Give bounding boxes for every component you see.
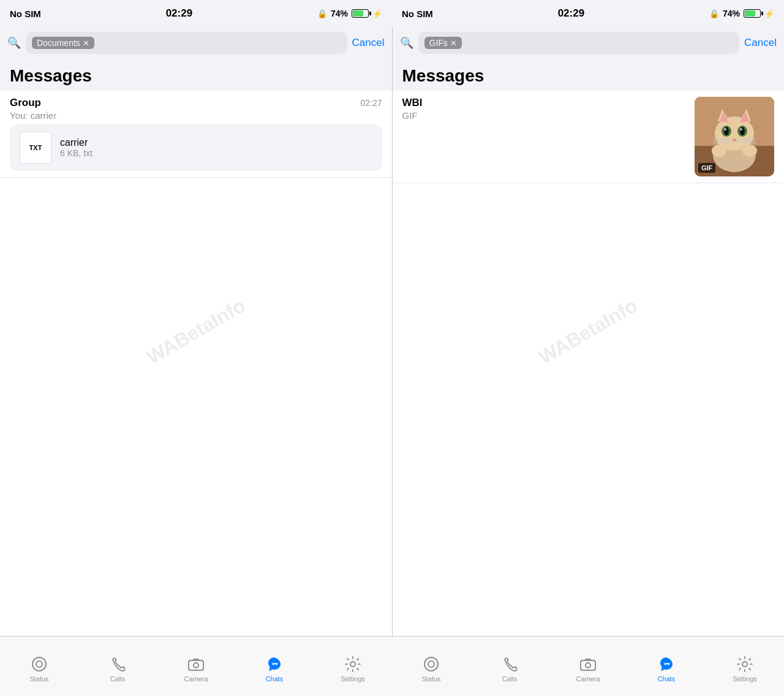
left-message-content: Group 02:27 You: carrier TXT carrier 6 K…	[10, 97, 382, 171]
left-doc-meta: 6 KB, txt	[60, 148, 372, 158]
right-gif-thumbnail: GIF	[695, 97, 774, 176]
left-doc-attachment: TXT carrier 6 KB, txt	[10, 124, 382, 171]
svg-point-13	[740, 128, 742, 130]
left-tab-settings-label: Settings	[341, 675, 365, 683]
left-bolt-icon: ⚡	[372, 9, 382, 18]
left-chip-label: Documents	[37, 38, 80, 48]
right-panel: WABetaInfo 🔍 GIFs ✕ Cancel Messages	[393, 27, 785, 636]
left-tab-chats-label: Chats	[266, 675, 284, 683]
right-message-list: WBI GIF	[393, 91, 785, 636]
svg-point-27	[350, 662, 355, 667]
svg-point-28	[424, 657, 438, 671]
left-cancel-button[interactable]: Cancel	[352, 37, 385, 49]
svg-point-32	[742, 662, 747, 667]
left-tab-status[interactable]: Status	[0, 637, 78, 696]
right-tab-settings[interactable]: Settings	[706, 637, 784, 696]
left-doc-name: carrier	[60, 137, 372, 148]
left-search-icon: 🔍	[7, 36, 21, 50]
left-battery-pct: 74%	[331, 9, 348, 18]
left-doc-info: carrier 6 KB, txt	[60, 137, 372, 158]
left-message-header: Group 02:27	[10, 97, 382, 109]
left-panel: WABetaInfo 🔍 Documents ✕ Cancel Messages	[0, 27, 392, 636]
left-lock-icon: 🔒	[317, 9, 327, 18]
right-carrier: No SIM	[402, 9, 433, 19]
left-settings-icon	[344, 656, 361, 673]
svg-point-24	[36, 661, 42, 667]
svg-point-31	[586, 663, 590, 668]
right-camera-icon	[579, 656, 597, 673]
left-search-field[interactable]: Documents ✕	[26, 32, 347, 54]
svg-point-22	[742, 145, 757, 157]
left-message-item-group[interactable]: Group 02:27 You: carrier TXT carrier 6 K…	[0, 91, 392, 178]
svg-point-29	[428, 661, 434, 667]
left-calls-icon	[109, 656, 126, 673]
right-settings-icon	[736, 656, 753, 673]
left-search-bar: 🔍 Documents ✕ Cancel	[0, 27, 392, 59]
right-gif-badge: GIF	[698, 163, 715, 173]
left-camera-icon	[187, 656, 205, 673]
left-status-icon	[31, 656, 48, 673]
right-battery-icon	[744, 9, 761, 18]
right-tab-chats-label: Chats	[658, 675, 676, 683]
right-tab-status[interactable]: Status	[392, 637, 470, 696]
left-documents-chip[interactable]: Documents ✕	[32, 37, 94, 49]
right-search-icon: 🔍	[400, 36, 413, 50]
left-tab-camera[interactable]: Camera	[157, 637, 235, 696]
right-chip-label: GIFs	[429, 38, 448, 48]
right-lock-icon: 🔒	[709, 9, 719, 18]
left-message-name: Group	[10, 97, 41, 109]
right-tab-camera[interactable]: Camera	[549, 637, 627, 696]
right-tab-camera-label: Camera	[576, 675, 600, 683]
right-tab-settings-label: Settings	[733, 675, 757, 683]
svg-point-11	[740, 127, 745, 135]
left-tab-calls-label: Calls	[110, 675, 125, 683]
left-tab-calls[interactable]: Calls	[78, 637, 157, 696]
svg-rect-25	[189, 660, 203, 670]
right-message-header: WBI	[402, 97, 695, 109]
left-time: 02:29	[166, 7, 192, 20]
right-search-bar: 🔍 GIFs ✕ Cancel	[393, 27, 785, 59]
right-tab-calls-label: Calls	[502, 675, 517, 683]
right-calls-icon	[501, 656, 518, 673]
right-tab-status-label: Status	[421, 675, 440, 683]
left-message-preview: You: carrier	[10, 110, 382, 121]
right-message-content: WBI GIF	[402, 97, 695, 121]
right-message-name: WBI	[402, 97, 423, 109]
svg-point-23	[32, 657, 46, 671]
left-section-title: Messages	[0, 59, 392, 91]
right-message-preview: GIF	[402, 110, 695, 121]
left-message-list: Group 02:27 You: carrier TXT carrier 6 K…	[0, 91, 392, 636]
right-gifs-chip[interactable]: GIFs ✕	[424, 37, 462, 49]
svg-rect-30	[581, 660, 595, 670]
left-tab-camera-label: Camera	[184, 675, 208, 683]
right-battery-pct: 74%	[723, 9, 740, 18]
right-status-icon	[423, 656, 440, 673]
left-carrier: No SIM	[10, 9, 41, 19]
left-chats-icon	[266, 656, 283, 673]
right-tab-bar: Status Calls Camera	[392, 637, 784, 696]
right-chip-remove[interactable]: ✕	[450, 39, 457, 48]
left-doc-type: TXT	[29, 144, 42, 151]
svg-point-12	[724, 128, 726, 130]
svg-point-21	[712, 145, 726, 157]
left-tab-settings[interactable]: Settings	[314, 637, 392, 696]
svg-point-10	[724, 127, 729, 135]
left-chip-remove[interactable]: ✕	[83, 39, 89, 48]
right-bolt-icon: ⚡	[764, 9, 774, 18]
right-cancel-button[interactable]: Cancel	[744, 37, 777, 49]
right-section-title: Messages	[393, 59, 785, 91]
left-doc-icon: TXT	[20, 132, 51, 164]
right-message-item-wbi[interactable]: WBI GIF	[393, 91, 785, 183]
left-tab-bar: Status Calls Camera	[0, 637, 392, 696]
right-search-field[interactable]: GIFs ✕	[418, 32, 740, 54]
svg-point-26	[194, 663, 198, 668]
right-tab-chats[interactable]: Chats	[627, 637, 706, 696]
left-tab-chats[interactable]: Chats	[235, 637, 314, 696]
left-battery-icon	[352, 9, 369, 18]
right-time: 02:29	[558, 7, 584, 20]
right-chats-icon	[658, 656, 675, 673]
left-tab-status-label: Status	[29, 675, 48, 683]
left-message-time: 02:27	[360, 98, 382, 108]
right-tab-calls[interactable]: Calls	[470, 637, 549, 696]
